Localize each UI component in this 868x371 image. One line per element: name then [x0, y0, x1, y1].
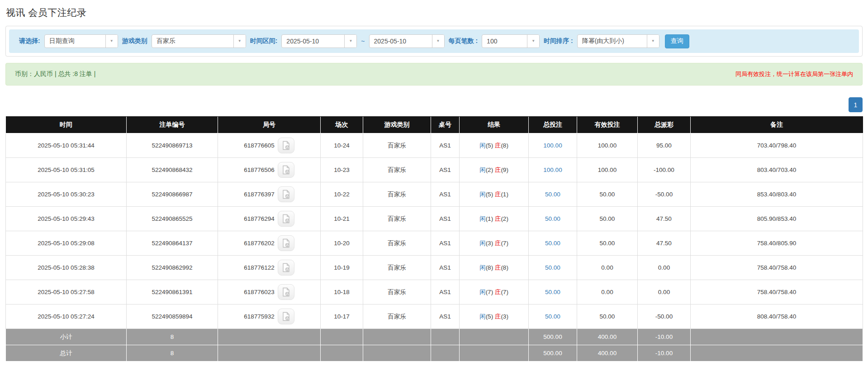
- bet-id-cell: 522490868432: [127, 158, 218, 182]
- payout-cell: -50.00: [638, 182, 691, 207]
- filter-panel: 请选择: 日期查询 ▼ 游戏类别 百家乐 ▼ 时间区间: 2025-05-10 …: [5, 26, 863, 57]
- video-replay-button[interactable]: [278, 235, 294, 251]
- remark-cell: 803.40/703.40: [691, 158, 863, 182]
- valid-bet-cell: 50.00: [577, 207, 638, 231]
- caret-box: ▼: [527, 35, 539, 48]
- bet-id-cell: 522490869713: [127, 133, 218, 158]
- table-row: 2025-05-10 05:27:58522490861391618776023…: [6, 280, 863, 304]
- player-result-score: (8): [486, 264, 495, 271]
- video-replay-button[interactable]: [278, 138, 294, 153]
- game-type-cell: 百家乐: [363, 133, 431, 158]
- time-cell: 2025-05-10 05:31:05: [6, 158, 127, 182]
- page-title: 视讯 会员下注纪录: [6, 6, 868, 19]
- round-cell: 618775932: [218, 304, 321, 329]
- column-header-bet_id: 注单编号: [127, 117, 218, 133]
- table-no-cell: AS1: [431, 231, 460, 256]
- summary-payout-cell: -10.00: [638, 345, 691, 361]
- time-sort-label: 时间排序 :: [544, 37, 573, 45]
- player-result-label: 闲: [479, 264, 486, 271]
- grand-total-row: 总计8500.00400.00-10.00: [6, 345, 863, 361]
- result-cell: 闲(2) 庄(9): [460, 158, 529, 182]
- video-replay-button[interactable]: [278, 309, 294, 324]
- session-cell: 10-24: [321, 133, 363, 158]
- video-replay-icon: [281, 312, 291, 321]
- result-cell: 闲(5) 庄(8): [460, 133, 529, 158]
- round-number: 618776202: [244, 240, 275, 247]
- result-cell: 闲(5) 庄(3): [460, 304, 529, 329]
- table-row: 2025-05-10 05:31:05522490868432618776506…: [6, 158, 863, 182]
- summary-valid-bet-cell: 400.00: [577, 345, 638, 361]
- empty-cell: [363, 329, 431, 345]
- game-category-select[interactable]: 百家乐 ▼: [152, 34, 246, 48]
- video-replay-icon: [281, 263, 291, 272]
- session-cell: 10-20: [321, 231, 363, 256]
- banker-result-label: 庄: [495, 289, 501, 295]
- remark-cell: 853.40/803.40: [691, 182, 863, 207]
- player-result-label: 闲: [479, 215, 486, 222]
- round-number: 618776605: [244, 142, 275, 149]
- bet-id-cell: 522490864137: [127, 231, 218, 256]
- total-bet-link[interactable]: 50.00: [545, 191, 560, 198]
- result-cell: 闲(5) 庄(1): [460, 182, 529, 207]
- player-result-score: (1): [486, 215, 495, 222]
- table-no-cell: AS1: [431, 304, 460, 329]
- round-cell-inner: 618776506: [218, 162, 320, 178]
- total-bet-link[interactable]: 50.00: [545, 215, 560, 222]
- round-number: 618776294: [244, 215, 275, 222]
- total-bet-link[interactable]: 50.00: [545, 289, 560, 295]
- date-to-select[interactable]: 2025-05-10 ▼: [369, 34, 445, 48]
- video-replay-button[interactable]: [278, 162, 294, 178]
- caret-box: ▼: [647, 35, 659, 48]
- column-header-game_type: 游戏类别: [363, 117, 431, 133]
- video-replay-button[interactable]: [278, 211, 294, 227]
- query-type-select[interactable]: 日期查询 ▼: [44, 34, 118, 48]
- video-replay-icon: [281, 287, 291, 297]
- total-bet-link[interactable]: 50.00: [545, 240, 560, 247]
- table-row: 2025-05-10 05:31:44522490869713618776605…: [6, 133, 863, 158]
- banker-result-label: 庄: [495, 142, 501, 149]
- time-cell: 2025-05-10 05:29:43: [6, 207, 127, 231]
- round-number: 618775932: [244, 313, 275, 320]
- video-replay-icon: [281, 165, 291, 175]
- date-range-separator: ~: [361, 38, 365, 45]
- summary-total-bet-cell: 500.00: [529, 345, 577, 361]
- result-cell: 闲(3) 庄(7): [460, 231, 529, 256]
- page-button-1[interactable]: 1: [849, 97, 863, 112]
- time-sort-select[interactable]: 降幂(由大到小) ▼: [577, 34, 659, 48]
- video-replay-button[interactable]: [278, 284, 294, 300]
- payout-cell: -50.00: [638, 304, 691, 329]
- column-header-result: 结果: [460, 117, 529, 133]
- round-number: 618776122: [244, 264, 275, 271]
- player-result-score: (5): [486, 191, 495, 198]
- player-result-label: 闲: [479, 166, 486, 173]
- page-size-select[interactable]: 100 ▼: [482, 34, 540, 48]
- player-result-label: 闲: [479, 191, 486, 198]
- result-cell: 闲(1) 庄(2): [460, 207, 529, 231]
- round-cell-inner: 618776023: [218, 284, 320, 300]
- video-replay-icon: [281, 238, 291, 248]
- column-header-total_bet: 总投注: [529, 117, 577, 133]
- round-number: 618776397: [244, 191, 275, 198]
- search-button[interactable]: 查询: [665, 34, 689, 48]
- column-header-session: 场次: [321, 117, 363, 133]
- summary-label-cell: 总计: [6, 345, 127, 361]
- game-type-cell: 百家乐: [363, 280, 431, 304]
- banker-result-label: 庄: [495, 166, 501, 173]
- chevron-down-icon: ▼: [110, 39, 114, 43]
- chevron-down-icon: ▼: [531, 39, 535, 43]
- banker-result-score: (3): [501, 313, 508, 320]
- player-result-score: (2): [486, 166, 495, 173]
- total-bet-link[interactable]: 50.00: [545, 313, 560, 320]
- date-from-select[interactable]: 2025-05-10 ▼: [281, 34, 357, 48]
- total-bet-link[interactable]: 100.00: [543, 142, 562, 149]
- remark-cell: 758.40/758.40: [691, 256, 863, 280]
- bet-id-cell: 522490866987: [127, 182, 218, 207]
- video-replay-button[interactable]: [278, 260, 294, 276]
- payout-cell: 0.00: [638, 280, 691, 304]
- total-bet-link[interactable]: 100.00: [543, 166, 562, 173]
- video-replay-button[interactable]: [278, 186, 294, 202]
- total-bet-link[interactable]: 50.00: [545, 264, 560, 271]
- player-result-score: (5): [486, 313, 495, 320]
- pagination: 1: [5, 97, 863, 112]
- currency-summary-text: 币别：人民币 | 总共 :8 注单 |: [15, 70, 95, 78]
